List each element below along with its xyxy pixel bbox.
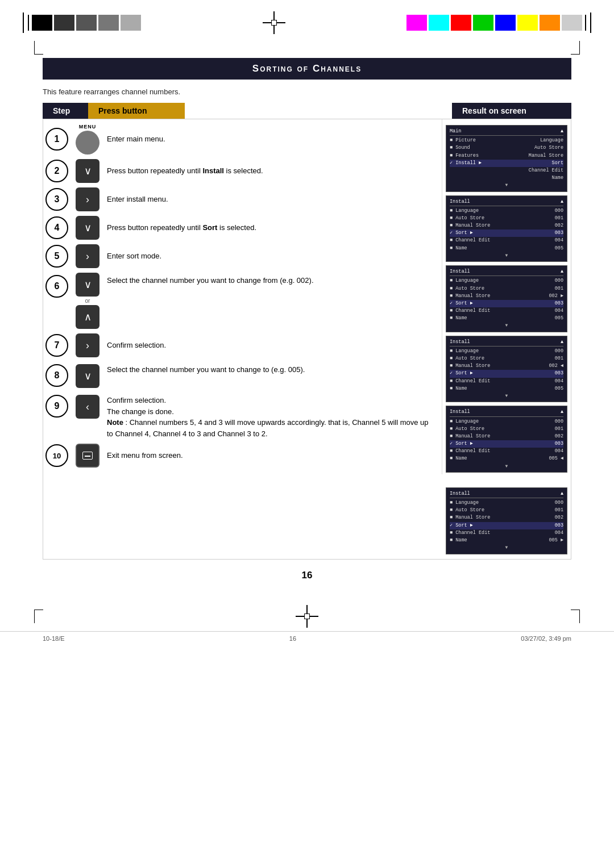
screen-2: Install ▲ ■ Language000 ■ Auto Store001 …	[446, 195, 567, 262]
reg-mark-bottom-right	[571, 610, 580, 623]
or-label: or	[85, 298, 90, 304]
step-2-button-col: ∨	[72, 159, 103, 183]
down-button-8[interactable]: ∨	[76, 364, 99, 388]
step-4: 4 ∨ Press button repeatedly until Sort i…	[45, 216, 436, 240]
page-title: Sorting of Channels	[43, 58, 571, 80]
osd-button[interactable]	[76, 444, 99, 468]
header-press-button: Press button	[88, 103, 185, 119]
color-bar-right	[406, 12, 591, 33]
step-8-button-col: ∨	[72, 362, 103, 388]
step-8-text: Select the channel number you want to ch…	[107, 362, 436, 375]
left-button-9[interactable]: ‹	[76, 395, 99, 419]
step-1: 1 MENU Enter main menu.	[45, 124, 436, 155]
right-button-7[interactable]: ›	[76, 333, 99, 357]
step-6: 6 ∨ or ∧ Select the channel number you w…	[45, 273, 436, 329]
step-8: 8 ∨ Select the channel number you want t…	[45, 362, 436, 388]
steps-column: 1 MENU Enter main menu. 2 ∨ Press button…	[43, 119, 442, 474]
screens-column: Main ▲ ■ PictureLanguage ■ SoundAuto Sto…	[442, 119, 571, 559]
footer-left: 10-18/E	[43, 635, 65, 642]
step-7: 7 › Confirm selection.	[45, 333, 436, 357]
page-number: 16	[43, 570, 571, 581]
step-10-text: Exit menu from screen.	[107, 450, 436, 461]
screen-1: Main ▲ ■ PictureLanguage ■ SoundAuto Sto…	[446, 125, 567, 192]
step-1-text: Enter main menu.	[107, 133, 436, 145]
step-5-text: Enter sort mode.	[107, 251, 436, 262]
menu-button[interactable]	[76, 131, 99, 155]
step-9-button-col: ‹	[72, 393, 103, 419]
step-6-number: 6	[45, 275, 68, 298]
step-5-number: 5	[45, 245, 68, 268]
step-2: 2 ∨ Press button repeatedly until Instal…	[45, 159, 436, 183]
reg-mark-left	[34, 41, 43, 55]
down-button-4[interactable]: ∨	[76, 216, 99, 240]
step-7-number: 7	[45, 334, 68, 357]
crosshair-center	[141, 11, 406, 34]
step-4-number: 4	[45, 216, 68, 239]
header-step: Step	[43, 103, 88, 119]
screen-4: Install ▲ ■ Language000 ■ Auto Store001 …	[446, 336, 567, 403]
step-3-button-col: ›	[72, 187, 103, 211]
step-4-text: Press button repeatedly until Sort is se…	[107, 222, 436, 233]
footer-right: 03/27/02, 3:49 pm	[521, 635, 571, 642]
step-10-button-col	[72, 444, 103, 468]
down-button-6[interactable]: ∨	[76, 273, 99, 297]
footer-center: 16	[289, 635, 296, 642]
step-5-button-col: ›	[72, 244, 103, 268]
reg-mark-right	[571, 41, 580, 55]
step-2-text: Press button repeatedly until Install is…	[107, 165, 436, 177]
step-7-text: Confirm selection.	[107, 340, 436, 351]
step-8-number: 8	[45, 364, 68, 387]
step-2-number: 2	[45, 160, 68, 182]
step-4-button-col: ∨	[72, 216, 103, 240]
reg-mark-bottom-left	[34, 610, 43, 623]
screen-6: Install ▲ ■ Language000 ■ Auto Store001 …	[446, 487, 567, 554]
step-3-number: 3	[45, 188, 68, 211]
crosshair-bottom	[296, 605, 318, 628]
step-1-button-col: MENU	[72, 124, 103, 155]
right-button-3[interactable]: ›	[76, 187, 99, 211]
step-1-number: 1	[45, 128, 68, 151]
step-5: 5 › Enter sort mode.	[45, 244, 436, 268]
step-10-number: 10	[45, 444, 68, 467]
subtitle: This feature rearranges channel numbers.	[43, 87, 571, 96]
step-6-text: Select the channel number you want to ch…	[107, 273, 436, 286]
right-button-5[interactable]: ›	[76, 244, 99, 268]
step-7-button-col: ›	[72, 333, 103, 357]
screen-3: Install ▲ ■ Language000 ■ Auto Store001 …	[446, 265, 567, 332]
color-bar-left	[23, 12, 141, 33]
step-9: 9 ‹ Confirm selection. The change is don…	[45, 393, 436, 439]
up-button-6[interactable]: ∧	[76, 305, 99, 329]
menu-label: MENU	[79, 124, 97, 130]
down-button-2[interactable]: ∨	[76, 159, 99, 183]
step-3-text: Enter install menu.	[107, 194, 436, 205]
screen-5: Install ▲ ■ Language000 ■ Auto Store001 …	[446, 406, 567, 473]
step-9-number: 9	[45, 395, 68, 418]
header-result-on-screen: Result on screen	[452, 103, 571, 119]
step-6-button-col: ∨ or ∧	[72, 273, 103, 329]
step-3: 3 › Enter install menu.	[45, 187, 436, 211]
step-10: 10 Exit menu from screen.	[45, 444, 436, 468]
step-9-text: Confirm selection. The change is done. N…	[107, 393, 436, 439]
